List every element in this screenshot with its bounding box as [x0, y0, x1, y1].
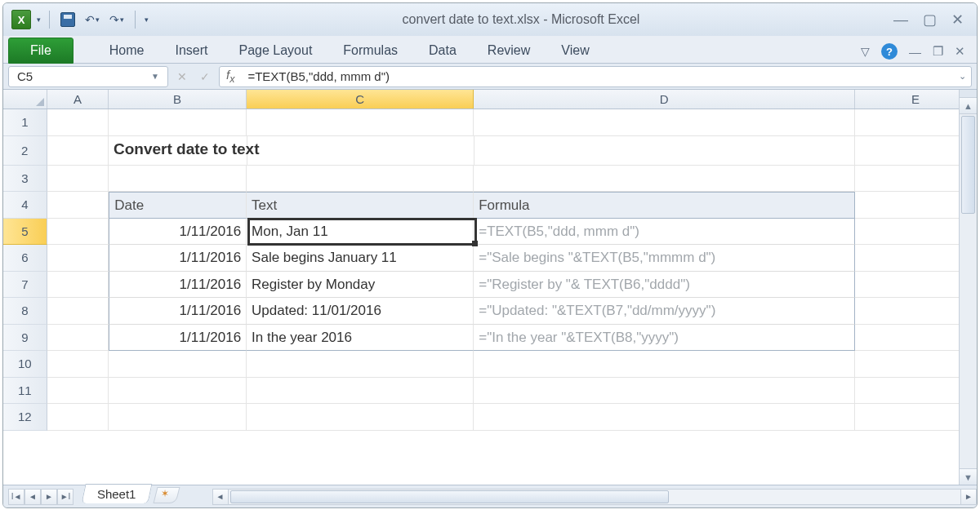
sheet-nav-last-button[interactable]: ►I: [57, 489, 74, 505]
horizontal-scrollbar[interactable]: ◄ ►: [212, 489, 977, 505]
cell-C3[interactable]: [247, 166, 474, 193]
row-header-6[interactable]: 6: [3, 245, 47, 272]
save-button[interactable]: [58, 10, 78, 29]
cell-B5[interactable]: 1/11/2016: [109, 219, 247, 246]
cell-C11[interactable]: [247, 378, 474, 405]
row-header-8[interactable]: 8: [3, 298, 47, 325]
cell-B7[interactable]: 1/11/2016: [109, 272, 247, 299]
scroll-up-button[interactable]: ▲: [960, 98, 977, 114]
cell-B6[interactable]: 1/11/2016: [109, 245, 247, 272]
cell-B3[interactable]: [109, 166, 247, 193]
cell-C5[interactable]: Mon, Jan 11: [247, 219, 474, 246]
scroll-left-button[interactable]: ◄: [212, 489, 229, 505]
row-header-9[interactable]: 9: [3, 325, 47, 352]
cell-C8[interactable]: Updated: 11/01/2016: [247, 298, 474, 325]
cell-C6[interactable]: Sale begins January 11: [247, 245, 474, 272]
sheet-nav-next-button[interactable]: ►: [41, 489, 57, 505]
row-header-12[interactable]: 12: [3, 404, 47, 431]
new-sheet-button[interactable]: [153, 487, 180, 503]
cell-D5[interactable]: =TEXT(B5,"ddd, mmm d"): [474, 219, 855, 246]
row-header-4[interactable]: 4: [3, 192, 47, 219]
ribbon-minimize-caret-icon[interactable]: ▽: [861, 45, 870, 58]
cell-A3[interactable]: [47, 166, 109, 193]
workbook-close-button[interactable]: ✕: [955, 44, 965, 59]
col-header-A[interactable]: A: [47, 90, 109, 109]
cell-D3[interactable]: [474, 166, 855, 193]
cell-A9[interactable]: [47, 325, 109, 352]
cell-A4[interactable]: [47, 192, 109, 219]
cell-D4[interactable]: Formula: [474, 192, 855, 219]
row-header-7[interactable]: 7: [3, 272, 47, 299]
formula-bar-expand-icon[interactable]: ⌄: [954, 71, 971, 82]
cell-A8[interactable]: [47, 298, 109, 325]
cell-B1[interactable]: [109, 109, 247, 136]
cell-A5[interactable]: [47, 219, 109, 246]
minimize-button[interactable]: —: [893, 11, 908, 29]
cell-C10[interactable]: [247, 351, 474, 378]
cell-B12[interactable]: [109, 404, 247, 431]
col-header-D[interactable]: D: [474, 90, 855, 109]
row-header-3[interactable]: 3: [3, 166, 47, 193]
tab-file[interactable]: File: [8, 38, 74, 64]
cell-B11[interactable]: [109, 378, 247, 405]
cell-A7[interactable]: [47, 272, 109, 299]
cell-A2[interactable]: [47, 136, 109, 166]
cell-A6[interactable]: [47, 245, 109, 272]
excel-app-icon[interactable]: X: [11, 10, 31, 29]
cell-B9[interactable]: 1/11/2016: [109, 325, 247, 352]
undo-button[interactable]: ↶▾: [82, 10, 102, 29]
name-box[interactable]: C5 ▼: [8, 66, 168, 87]
cell-D6[interactable]: ="Sale begins "&TEXT(B5,"mmmm d"): [474, 245, 855, 272]
sheet-tab-sheet1[interactable]: Sheet1: [81, 484, 152, 503]
row-header-2[interactable]: 2: [3, 136, 47, 166]
cell-B10[interactable]: [109, 351, 247, 378]
row-header-10[interactable]: 10: [3, 351, 47, 378]
cell-C7[interactable]: Register by Monday: [247, 272, 474, 299]
cell-A12[interactable]: [47, 404, 109, 431]
row-header-1[interactable]: 1: [3, 109, 47, 136]
cell-D7[interactable]: ="Register by "& TEXT(B6,"dddd"): [474, 272, 855, 299]
formula-bar[interactable]: fx =TEXT(B5,"ddd, mmm d") ⌄: [219, 66, 972, 87]
sheet-nav-first-button[interactable]: I◄: [8, 489, 24, 505]
cell-C9[interactable]: In the year 2016: [247, 325, 474, 352]
hscroll-thumb[interactable]: [230, 490, 670, 503]
col-header-B[interactable]: B: [109, 90, 247, 109]
cell-D2[interactable]: [474, 136, 855, 166]
redo-button[interactable]: ↷▾: [107, 10, 127, 29]
row-header-11[interactable]: 11: [3, 378, 47, 405]
cell-A10[interactable]: [47, 351, 109, 378]
col-header-C[interactable]: C: [247, 90, 474, 109]
close-button[interactable]: ✕: [951, 11, 964, 29]
fx-icon[interactable]: fx: [226, 68, 234, 85]
cell-C4[interactable]: Text: [247, 192, 474, 219]
sheet-nav-prev-button[interactable]: ◄: [24, 489, 41, 505]
tab-data[interactable]: Data: [425, 38, 460, 63]
cell-D8[interactable]: ="Updated: "&TEXT(B7,"dd/mm/yyyy"): [474, 298, 855, 325]
cell-B8[interactable]: 1/11/2016: [109, 298, 247, 325]
name-box-caret-icon[interactable]: ▼: [151, 72, 159, 81]
select-all-corner[interactable]: [3, 90, 47, 109]
split-handle-top[interactable]: [960, 90, 977, 98]
tab-review[interactable]: Review: [484, 38, 533, 63]
scroll-down-button[interactable]: ▼: [960, 468, 977, 485]
cell-C1[interactable]: [247, 109, 474, 136]
tab-formulas[interactable]: Formulas: [340, 38, 401, 63]
maximize-button[interactable]: ▢: [923, 11, 937, 29]
scroll-thumb[interactable]: [961, 116, 975, 214]
cell-B2[interactable]: Convert date to text: [109, 136, 247, 166]
tab-view[interactable]: View: [558, 38, 592, 63]
cell-D12[interactable]: [474, 404, 855, 431]
help-icon[interactable]: ?: [881, 43, 898, 60]
tab-page-layout[interactable]: Page Layout: [235, 38, 315, 63]
cell-D1[interactable]: [474, 109, 855, 136]
vertical-scrollbar[interactable]: ▲ ▼: [959, 90, 977, 485]
cell-B4[interactable]: Date: [109, 192, 247, 219]
app-menu-caret-icon[interactable]: ▾: [37, 16, 41, 24]
cell-D9[interactable]: ="In the year "&TEXT(B8,"yyyy"): [474, 325, 855, 352]
cell-C2[interactable]: [247, 136, 474, 166]
row-header-5[interactable]: 5: [3, 219, 47, 246]
cell-D10[interactable]: [474, 351, 855, 378]
tab-home[interactable]: Home: [106, 38, 148, 63]
tab-insert[interactable]: Insert: [172, 38, 211, 63]
cell-A11[interactable]: [47, 378, 109, 405]
